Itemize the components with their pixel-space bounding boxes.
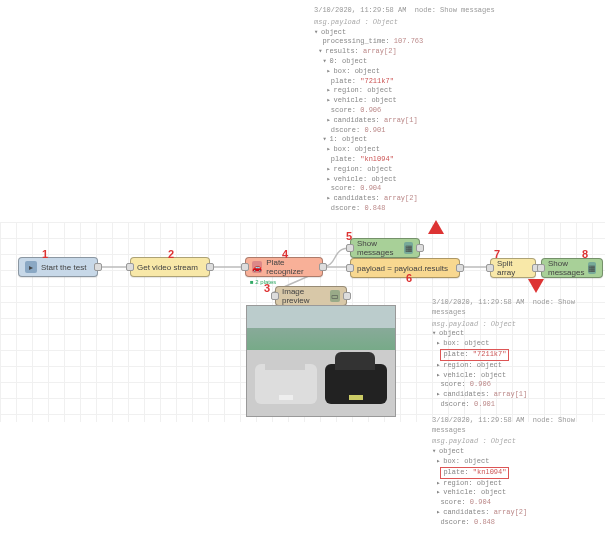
debug-label: Show messages [357,239,400,257]
step-label-3: 3 [264,282,270,294]
car-icon: 🚗 [252,261,262,273]
debug-node: node: Show messages [415,6,495,14]
debug-node-top[interactable]: Show messages ▦ [350,238,420,258]
port[interactable] [343,292,351,300]
step-label-5: 5 [346,230,352,242]
function-node[interactable]: payload = payload.results [350,258,460,278]
inject-label: Start the test [41,263,86,272]
port[interactable] [319,263,327,271]
port[interactable] [206,263,214,271]
arrow-down-icon [528,279,544,293]
port[interactable] [271,292,279,300]
port[interactable] [456,264,464,272]
step-label-2: 2 [168,248,174,260]
image-label: Image preview [282,287,326,305]
image-preview-node[interactable]: Image preview ▭ [275,286,347,306]
http-label: Get video stream [137,263,198,272]
port[interactable] [486,264,494,272]
debug-label: Show messages [548,259,585,277]
car-black [325,364,387,404]
port[interactable] [126,263,134,271]
step-label-1: 1 [42,248,48,260]
function-label: payload = payload.results [357,264,448,273]
car-silver [255,364,317,404]
port[interactable] [346,264,354,272]
debug-output-top: 3/10/2020, 11:29:58 AM node: Show messag… [314,6,514,214]
step-label-6: 6 [406,272,412,284]
port[interactable] [346,244,354,252]
debug-output-bottom: 3/10/2020, 11:29:58 AM node: Show messag… [432,298,602,528]
port[interactable] [537,264,545,272]
port[interactable] [241,263,249,271]
debug-timestamp: 3/10/2020, 11:29:58 AM [314,6,406,14]
arrow-up-icon [428,220,444,234]
plate-label: Plate recognizer [266,258,316,276]
inject-node[interactable]: ▸ Start the test [18,257,98,277]
debug-payload-type: msg.payload : Object [314,18,514,28]
image-icon: ▭ [330,290,340,302]
split-node[interactable]: Split array [490,258,536,278]
step-label-7: 7 [494,248,500,260]
step-label-4: 4 [282,248,288,260]
debug-icon: ▦ [588,262,596,274]
step-label-8: 8 [582,248,588,260]
port[interactable] [416,244,424,252]
inject-icon: ▸ [25,261,37,273]
plate-recognizer-node[interactable]: 🚗 Plate recognizer 2 plates [245,257,323,277]
image-preview [246,305,396,417]
port[interactable] [94,263,102,271]
split-label: Split array [497,259,529,277]
debug-node-right[interactable]: Show messages ▦ [541,258,603,278]
http-node[interactable]: Get video stream [130,257,210,277]
debug-icon: ▦ [404,242,413,254]
